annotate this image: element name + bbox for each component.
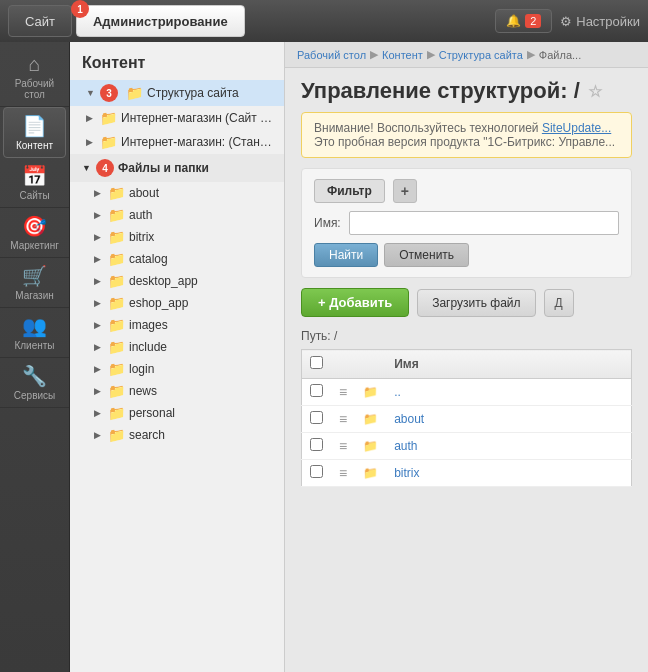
filter-name-input[interactable] — [349, 211, 619, 235]
folder-eshop-app[interactable]: ▶ 📁 eshop_app — [70, 292, 284, 314]
add-button[interactable]: + Добавить — [301, 288, 409, 317]
drag-handle-icon[interactable]: ≡ — [339, 465, 347, 481]
top-nav-right: 🔔 2 ⚙ Настройки — [495, 9, 640, 33]
star-icon[interactable]: ☆ — [588, 82, 602, 101]
breadcrumb-structure[interactable]: Структура сайта — [439, 49, 523, 61]
sites-icon: 📅 — [22, 166, 47, 186]
folder-icon-include: 📁 — [108, 339, 125, 355]
sidebar-item-clients[interactable]: 👥 Клиенты — [0, 308, 69, 358]
folder-label-catalog: catalog — [129, 252, 168, 266]
folder-about[interactable]: ▶ 📁 about — [70, 182, 284, 204]
tree-shop1-label: Интернет-магазин (Сайт по... — [121, 111, 276, 125]
sidebar-item-dashboard[interactable]: ⌂ Рабочий стол — [0, 46, 69, 107]
row-name: auth — [386, 433, 631, 460]
folder-bitrix-icon: 📁 — [363, 466, 378, 480]
folder-news[interactable]: ▶ 📁 news — [70, 380, 284, 402]
cancel-filter-button[interactable]: Отменить — [384, 243, 469, 267]
row-check — [302, 406, 332, 433]
table-row: ≡ 📁 .. — [302, 379, 632, 406]
folder-include[interactable]: ▶ 📁 include — [70, 336, 284, 358]
sidebar-label-shop: Магазин — [15, 290, 54, 301]
col-drag — [331, 350, 355, 379]
filter-button[interactable]: Фильтр — [314, 179, 385, 203]
path-value: / — [334, 329, 337, 343]
folder-bitrix[interactable]: ▶ 📁 bitrix — [70, 226, 284, 248]
folder-about-icon: 📁 — [363, 412, 378, 426]
sidebar-item-services[interactable]: 🔧 Сервисы — [0, 358, 69, 408]
row-checkbox[interactable] — [310, 465, 323, 478]
sidebar-label-marketing: Маркетинг — [10, 240, 59, 251]
filter-bar: Фильтр + Имя: Найти Отменить — [301, 168, 632, 278]
folder-auth[interactable]: ▶ 📁 auth — [70, 204, 284, 226]
row-check — [302, 433, 332, 460]
folder-arrow-search: ▶ — [94, 430, 104, 440]
tree-folder-icon: 📁 — [126, 85, 143, 101]
select-all-checkbox[interactable] — [310, 356, 323, 369]
sidebar-item-sites[interactable]: 📅 Сайты — [0, 158, 69, 208]
folder-catalog[interactable]: ▶ 📁 catalog — [70, 248, 284, 270]
folder-arrow-include: ▶ — [94, 342, 104, 352]
drag-handle-icon[interactable]: ≡ — [339, 438, 347, 454]
folder-images[interactable]: ▶ 📁 images — [70, 314, 284, 336]
upload-button[interactable]: Загрузить файл — [417, 289, 535, 317]
row-check — [302, 460, 332, 487]
breadcrumb-sep3: ▶ — [527, 48, 535, 61]
folder-parent-link[interactable]: .. — [394, 385, 623, 399]
sidebar-label-services: Сервисы — [14, 390, 55, 401]
folder-label-login: login — [129, 362, 154, 376]
folder-about-link[interactable]: about — [394, 412, 623, 426]
table-row: ≡ 📁 about — [302, 406, 632, 433]
services-icon: 🔧 — [22, 366, 47, 386]
row-drag: ≡ — [331, 379, 355, 406]
filter-plus-button[interactable]: + — [393, 179, 417, 203]
sidebar-item-content[interactable]: 📄 Контент — [3, 107, 66, 158]
settings-button[interactable]: ⚙ Настройки — [560, 14, 640, 29]
folder-arrow-personal: ▶ — [94, 408, 104, 418]
breadcrumb-desktop[interactable]: Рабочий стол — [297, 49, 366, 61]
drag-handle-icon[interactable]: ≡ — [339, 384, 347, 400]
tree-item-structure[interactable]: ▼ 3 📁 Структура сайта — [70, 80, 284, 106]
folder-label-news: news — [129, 384, 157, 398]
siteupdate-link[interactable]: SiteUpdate... — [542, 121, 611, 135]
file-table: Имя ≡ 📁 — [301, 349, 632, 487]
action-bar: + Добавить Загрузить файл Д — [285, 288, 648, 325]
sidebar-label-sites: Сайты — [19, 190, 49, 201]
top-nav: Сайт 1 Администрирование 🔔 2 ⚙ Настройки — [0, 0, 648, 42]
row-icon: 📁 — [355, 460, 386, 487]
row-checkbox[interactable] — [310, 411, 323, 424]
admin-label: Администрирование — [93, 14, 228, 29]
site-button[interactable]: Сайт — [8, 5, 72, 37]
tree-item-shop2[interactable]: ▶ 📁 Интернет-магазин: (Станда... — [70, 130, 284, 154]
row-check — [302, 379, 332, 406]
find-button[interactable]: Найти — [314, 243, 378, 267]
more-button[interactable]: Д — [544, 289, 574, 317]
folder-label-search: search — [129, 428, 165, 442]
row-checkbox[interactable] — [310, 438, 323, 451]
folder-bitrix-link[interactable]: bitrix — [394, 466, 623, 480]
files-label: Файлы и папки — [118, 161, 209, 175]
tree-item-files[interactable]: ▼ 4 Файлы и папки — [70, 154, 284, 182]
admin-button[interactable]: 1 Администрирование — [76, 5, 245, 37]
folder-login[interactable]: ▶ 📁 login — [70, 358, 284, 380]
tree-shop1-icon: 📁 — [100, 110, 117, 126]
folder-search[interactable]: ▶ 📁 search — [70, 424, 284, 446]
clients-icon: 👥 — [22, 316, 47, 336]
tree-shop2-icon: 📁 — [100, 134, 117, 150]
notifications-button[interactable]: 🔔 2 — [495, 9, 552, 33]
sidebar-label-content: Контент — [16, 140, 53, 151]
folder-icon-images: 📁 — [108, 317, 125, 333]
folder-auth-link[interactable]: auth — [394, 439, 623, 453]
drag-handle-icon[interactable]: ≡ — [339, 411, 347, 427]
tree-item-shop1[interactable]: ▶ 📁 Интернет-магазин (Сайт по... — [70, 106, 284, 130]
row-checkbox[interactable] — [310, 384, 323, 397]
main-layout: ⌂ Рабочий стол 📄 Контент 📅 Сайты 🎯 Марке… — [0, 42, 648, 672]
folder-arrow-auth: ▶ — [94, 210, 104, 220]
sidebar-item-shop[interactable]: 🛒 Магазин — [0, 258, 69, 308]
folder-arrow-catalog: ▶ — [94, 254, 104, 264]
breadcrumb-content[interactable]: Контент — [382, 49, 423, 61]
folder-personal[interactable]: ▶ 📁 personal — [70, 402, 284, 424]
folder-label-images: images — [129, 318, 168, 332]
notif-badge: 2 — [525, 14, 541, 28]
sidebar-item-marketing[interactable]: 🎯 Маркетинг — [0, 208, 69, 258]
folder-desktop-app[interactable]: ▶ 📁 desktop_app — [70, 270, 284, 292]
